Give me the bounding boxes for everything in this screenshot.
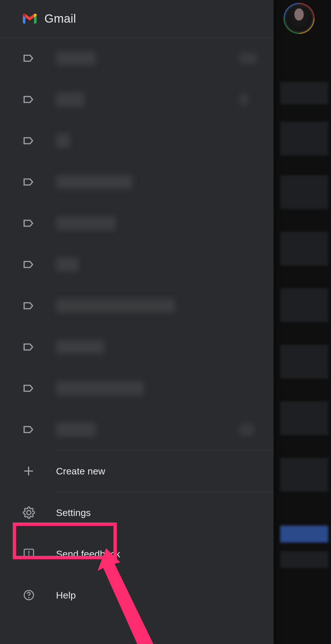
settings-item[interactable]: Settings <box>0 492 274 533</box>
sidebar-label-item[interactable] <box>0 244 274 285</box>
label-icon <box>23 300 56 312</box>
background-blur-block <box>280 458 328 492</box>
sidebar-label-item[interactable] <box>0 120 274 161</box>
help-item[interactable]: Help <box>0 574 274 616</box>
feedback-icon <box>23 548 56 560</box>
help-icon <box>23 589 56 601</box>
avatar-image <box>285 4 313 33</box>
label-icon <box>23 52 56 64</box>
label-icon <box>23 176 56 188</box>
drawer-list: Create new Settings <box>0 38 274 616</box>
redacted-count <box>240 53 257 64</box>
plus-icon <box>23 465 56 477</box>
create-new-label-item[interactable]: Create new <box>0 450 274 492</box>
redacted-label <box>56 422 96 437</box>
sidebar-label-item[interactable] <box>0 409 274 450</box>
redacted-label <box>56 134 70 148</box>
svg-point-3 <box>28 597 29 598</box>
background-blur-block <box>280 526 328 543</box>
redacted-label <box>56 340 104 354</box>
sidebar-label-item[interactable] <box>0 203 274 244</box>
background-blur-block <box>280 122 328 155</box>
account-avatar[interactable] <box>283 3 315 34</box>
drawer-header: Gmail <box>0 0 274 38</box>
app-title: Gmail <box>44 12 76 25</box>
redacted-label <box>56 216 115 230</box>
label-icon <box>23 382 56 394</box>
sidebar-label-item[interactable] <box>0 326 274 368</box>
svg-point-1 <box>28 554 29 555</box>
redacted-label <box>56 92 84 107</box>
redacted-label <box>56 299 175 313</box>
label-icon <box>23 135 56 147</box>
redacted-label <box>56 175 132 189</box>
navigation-drawer: Gmail <box>0 0 274 644</box>
gear-icon <box>23 506 56 519</box>
background-blur-block <box>280 288 328 322</box>
send-feedback-item[interactable]: Send feedback <box>0 533 274 574</box>
redacted-label <box>56 257 79 272</box>
sidebar-label-item[interactable] <box>0 79 274 120</box>
settings-label: Settings <box>56 507 257 518</box>
sidebar-label-item[interactable] <box>0 285 274 326</box>
background-blur-block <box>280 232 328 266</box>
redacted-count <box>240 424 254 435</box>
gmail-icon <box>21 12 38 25</box>
label-icon <box>23 341 56 353</box>
sidebar-label-item[interactable] <box>0 161 274 203</box>
sidebar-label-item[interactable] <box>0 38 274 79</box>
background-blur-block <box>280 82 328 105</box>
label-icon <box>23 259 56 270</box>
background-blur-block <box>280 175 328 209</box>
redacted-label <box>56 51 96 65</box>
feedback-label: Send feedback <box>56 548 257 560</box>
gmail-logo[interactable]: Gmail <box>21 12 76 25</box>
label-icon <box>23 217 56 229</box>
create-new-label: Create new <box>56 466 257 477</box>
app-root: Gmail <box>0 0 331 644</box>
background-blur-block <box>280 401 328 435</box>
help-label: Help <box>56 590 257 601</box>
redacted-count <box>240 94 248 105</box>
redacted-label <box>56 381 144 395</box>
label-icon <box>23 94 56 105</box>
background-blur-block <box>280 551 328 568</box>
sidebar-label-item[interactable] <box>0 368 274 409</box>
label-icon <box>23 424 56 435</box>
background-blur-block <box>280 345 328 379</box>
